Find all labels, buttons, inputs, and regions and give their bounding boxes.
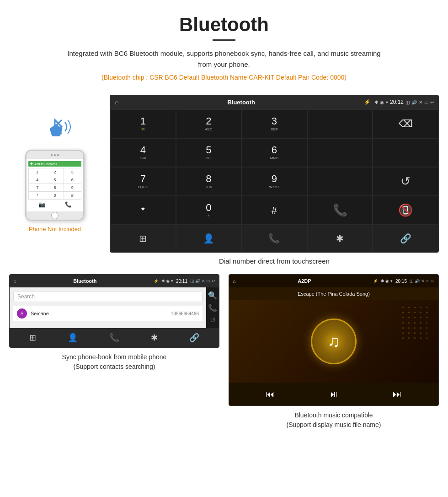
music-title-bar: Escape (The Pina Colada Song)	[229, 287, 438, 300]
pb-search-row: Search	[13, 291, 203, 302]
phone-key: #	[64, 192, 81, 199]
phone-key: 7	[29, 184, 46, 191]
location-icon: ◉	[380, 100, 384, 105]
pb-body-container: Search S Seicane 13566664466 🔍 📞 ↺	[10, 287, 219, 328]
dial-screen: ⌂ Bluetooth ⚡ ✱ ◉ ▾ 20:12 ◫ 🔊 ✕ ▭ ↩	[110, 95, 439, 253]
dial-caption: Dial number direct from touchscreen	[110, 257, 439, 265]
page-header: Bluetooth Integrated with BC6 Bluetooth …	[0, 0, 448, 95]
dial-key-5[interactable]: 5 JKL	[176, 138, 242, 167]
dial-key-backspace[interactable]: ⌫	[373, 109, 438, 138]
dial-screen-container: ⌂ Bluetooth ⚡ ✱ ◉ ▾ 20:12 ◫ 🔊 ✕ ▭ ↩	[110, 95, 439, 274]
pb-right-icons: 🔍 📞 ↺	[206, 287, 219, 328]
pb-status-bar: ⌂ Bluetooth ⚡ ✱ ◉ ▾ 20:11 ◫ 🔊 ✕ ▭ ↩	[10, 275, 219, 287]
dial-key-9[interactable]: 9 WXYZ	[241, 167, 307, 196]
pb-contact-avatar: S	[17, 308, 27, 319]
music-note-icon: ♫	[328, 332, 340, 351]
pb-search-field[interactable]: Search	[13, 291, 203, 302]
phone-key: 5	[46, 176, 63, 184]
phone-screen: ✚Add to Contacts 1 2 3 4 5 6 7 8 9 * 0 #	[27, 159, 83, 211]
phone-key: *	[29, 192, 46, 199]
pb-grid-icon[interactable]: ⊞	[29, 333, 36, 343]
music-prev-icon[interactable]: ⏮	[266, 389, 275, 400]
phone-green-bar: ✚Add to Contacts	[28, 161, 81, 167]
music-controls: ⏮ ⏯ ⏭	[229, 383, 438, 405]
phone-dot	[57, 154, 59, 156]
pb-time: 20:11	[176, 279, 187, 284]
dial-key-3[interactable]: 3 DEF	[241, 109, 307, 138]
page-title: Bluetooth	[9, 14, 439, 36]
pb-refresh-right-icon[interactable]: ↺	[210, 316, 216, 324]
phone-key: 3	[64, 168, 81, 176]
music-screen: ⌂ A2DP ⚡ ✱ ◉ ▾ 20:15 ◫ 🔊 ✕ ▭ ↩ Escape (T…	[229, 274, 439, 406]
phone-bottom-bar	[27, 211, 83, 220]
phone-keypad: 1 2 3 4 5 6 7 8 9 * 0 #	[28, 168, 81, 200]
dial-key-6[interactable]: 6 MNO	[241, 138, 307, 167]
dial-key-2[interactable]: 2 ABC	[176, 109, 242, 138]
phone-key: 4	[29, 176, 46, 184]
pb-bottom-bar: ⊞ 👤 📞 ✱ 🔗	[10, 328, 219, 347]
music-body: ♫ ● ● ● ● ●● ● ● ● ●● ● ● ● ●● ● ● ● ●● …	[229, 300, 438, 383]
dial-key-empty-1	[307, 109, 373, 138]
pb-link-icon[interactable]: 🔗	[189, 333, 199, 343]
dial-key-end[interactable]: 📵	[373, 196, 438, 225]
pb-screen-title: Bluetooth	[19, 278, 151, 284]
dial-key-1[interactable]: 1 📟	[110, 109, 176, 138]
phone-key: 9	[64, 184, 81, 191]
dial-key-hash[interactable]: #	[241, 196, 307, 225]
pb-body: Search S Seicane 13566664466	[10, 287, 206, 328]
wifi-icon: ▾	[386, 100, 388, 105]
music-caption: Bluetooth music compatible(Support displ…	[229, 411, 439, 430]
phone-key: 0	[46, 192, 63, 199]
phone-not-included-label: Phone Not Included	[29, 226, 81, 232]
music-status-bar: ⌂ A2DP ⚡ ✱ ◉ ▾ 20:15 ◫ 🔊 ✕ ▭ ↩	[229, 275, 438, 287]
dial-key-refresh[interactable]: ↺	[373, 167, 438, 196]
music-play-pause-icon[interactable]: ⏯	[329, 389, 338, 400]
dial-key-phone[interactable]: 📞	[241, 225, 307, 252]
time-display: 20:12	[390, 99, 404, 105]
phone-frame: ✚Add to Contacts 1 2 3 4 5 6 7 8 9 * 0 #	[25, 150, 85, 221]
camera-icon: ◫	[405, 100, 410, 105]
volume-icon: 🔊	[411, 100, 417, 105]
phone-top-bar	[27, 151, 83, 159]
pb-contacts-icon[interactable]: 👤	[68, 333, 78, 343]
bluetooth-waves-svg: ⬟	[37, 113, 73, 145]
dial-key-8[interactable]: 8 TUV	[176, 167, 242, 196]
pb-contact-name: Seicane	[31, 311, 171, 316]
dial-key-0[interactable]: 0 +	[176, 196, 242, 225]
pb-call-right-icon[interactable]: 📞	[208, 303, 217, 312]
page-description: Integrated with BC6 Bluetooth module, su…	[64, 48, 384, 70]
bluetooth-status-icon: ✱	[374, 100, 378, 105]
status-icons: ✱ ◉ ▾ 20:12 ◫ 🔊 ✕ ▭ ↩	[374, 99, 434, 105]
pb-search-right-icon[interactable]: 🔍	[208, 291, 217, 300]
phone-key: 1	[29, 168, 46, 176]
home-icon: ⌂	[115, 98, 118, 106]
bottom-screenshots: ⌂ Bluetooth ⚡ ✱ ◉ ▾ 20:11 ◫ 🔊 ✕ ▭ ↩ Sear…	[0, 274, 448, 430]
music-song-title: Escape (The Pina Colada Song)	[298, 291, 370, 297]
phone-mockup-area: ⬟	[9, 95, 101, 232]
dial-key-7[interactable]: 7 PQRS	[110, 167, 176, 196]
title-underline	[213, 39, 235, 41]
dial-screen-title: Bluetooth	[122, 99, 360, 106]
dial-key-link[interactable]: 🔗	[373, 225, 438, 252]
music-visualizer: ● ● ● ● ●● ● ● ● ●● ● ● ● ●● ● ● ● ●● ● …	[402, 305, 429, 340]
dial-key-bluetooth[interactable]: ✱	[307, 225, 373, 252]
phone-dot	[54, 154, 56, 156]
dial-key-4[interactable]: 4 GHI	[110, 138, 176, 167]
phone-key: 2	[46, 168, 63, 176]
back-icon: ↩	[430, 100, 434, 105]
phonebook-caption: Sync phone-book from mobile phone(Suppor…	[9, 352, 219, 372]
phonebook-screen: ⌂ Bluetooth ⚡ ✱ ◉ ▾ 20:11 ◫ 🔊 ✕ ▭ ↩ Sear…	[9, 274, 219, 348]
bluetooth-specs: (Bluetooth chip : CSR BC6 Default Blueto…	[9, 74, 439, 81]
dial-key-contacts[interactable]: 👤	[176, 225, 242, 252]
music-screenshot-item: ⌂ A2DP ⚡ ✱ ◉ ▾ 20:15 ◫ 🔊 ✕ ▭ ↩ Escape (T…	[229, 274, 439, 430]
main-content: ⬟	[0, 95, 448, 274]
pb-phone-icon[interactable]: 📞	[109, 333, 119, 343]
pb-contact-phone: 13566664466	[171, 311, 199, 316]
dial-key-empty-3	[373, 138, 438, 167]
dial-key-grid[interactable]: ⊞	[110, 225, 176, 252]
music-next-icon[interactable]: ⏭	[393, 389, 402, 400]
screen-icon: ▭	[424, 100, 428, 105]
dial-key-star[interactable]: *	[110, 196, 176, 225]
dial-key-call[interactable]: 📞	[307, 196, 373, 225]
pb-bluetooth-icon[interactable]: ✱	[151, 333, 158, 343]
